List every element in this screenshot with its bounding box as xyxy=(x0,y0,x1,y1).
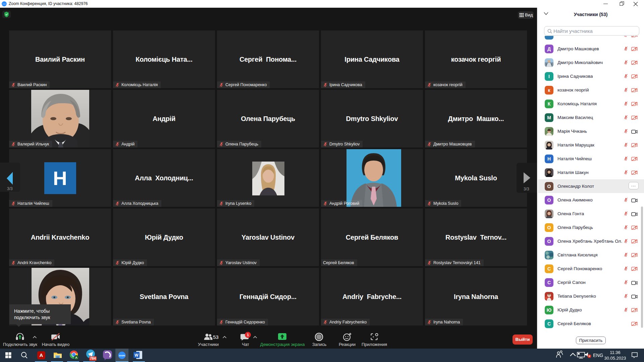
svg-text:zoom: zoom xyxy=(119,354,125,357)
svg-text:A: A xyxy=(75,356,77,359)
svg-text:W: W xyxy=(135,353,139,358)
svg-text:784: 784 xyxy=(90,356,96,360)
